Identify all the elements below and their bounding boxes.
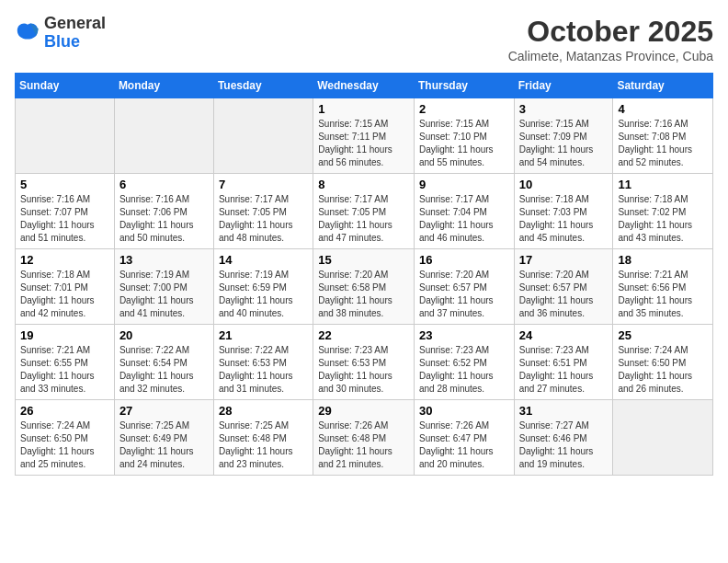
day-number: 7 [219, 178, 308, 191]
calendar-cell-23: 23Sunrise: 7:23 AMSunset: 6:52 PMDayligh… [414, 325, 514, 400]
day-number: 26 [20, 404, 109, 418]
day-info: Sunrise: 7:15 AMSunset: 7:11 PMDaylight:… [318, 118, 409, 169]
calendar-cell-11: 11Sunrise: 7:18 AMSunset: 7:02 PMDayligh… [613, 174, 713, 249]
day-info: Sunrise: 7:19 AMSunset: 7:00 PMDaylight:… [119, 269, 209, 320]
logo-icon [15, 20, 40, 46]
day-info: Sunrise: 7:22 AMSunset: 6:53 PMDaylight:… [219, 344, 308, 396]
day-info: Sunrise: 7:23 AMSunset: 6:51 PMDaylight:… [519, 344, 609, 396]
day-number: 31 [519, 404, 609, 418]
calendar-body: 1Sunrise: 7:15 AMSunset: 7:11 PMDaylight… [16, 98, 713, 476]
calendar-cell-17: 17Sunrise: 7:20 AMSunset: 6:57 PMDayligh… [514, 249, 613, 325]
day-info: Sunrise: 7:24 AMSunset: 6:50 PMDaylight:… [20, 419, 109, 471]
day-number: 25 [618, 328, 708, 342]
week-row-2: 5Sunrise: 7:16 AMSunset: 7:07 PMDaylight… [16, 174, 713, 249]
day-info: Sunrise: 7:26 AMSunset: 6:48 PMDaylight:… [318, 419, 409, 471]
calendar-cell-7: 7Sunrise: 7:17 AMSunset: 7:05 PMDaylight… [213, 174, 313, 249]
day-number: 19 [20, 328, 109, 342]
day-info: Sunrise: 7:25 AMSunset: 6:49 PMDaylight:… [119, 419, 209, 471]
day-info: Sunrise: 7:15 AMSunset: 7:10 PMDaylight:… [419, 118, 509, 169]
day-number: 15 [318, 253, 409, 267]
day-number: 8 [318, 178, 409, 191]
calendar-cell-13: 13Sunrise: 7:19 AMSunset: 7:00 PMDayligh… [114, 249, 213, 325]
logo: General Blue [15, 15, 106, 52]
day-info: Sunrise: 7:21 AMSunset: 6:56 PMDaylight:… [618, 269, 708, 320]
calendar-cell-empty [213, 98, 313, 174]
day-number: 12 [20, 253, 109, 267]
calendar-cell-19: 19Sunrise: 7:21 AMSunset: 6:55 PMDayligh… [16, 325, 115, 400]
day-number: 29 [318, 404, 409, 418]
page-header: General Blue October 2025 Calimete, Mata… [15, 15, 713, 63]
calendar-cell-12: 12Sunrise: 7:18 AMSunset: 7:01 PMDayligh… [16, 249, 115, 325]
day-info: Sunrise: 7:16 AMSunset: 7:06 PMDaylight:… [119, 193, 209, 245]
day-number: 27 [119, 404, 209, 418]
day-info: Sunrise: 7:17 AMSunset: 7:05 PMDaylight:… [219, 193, 308, 245]
day-info: Sunrise: 7:27 AMSunset: 6:46 PMDaylight:… [519, 419, 609, 471]
day-info: Sunrise: 7:24 AMSunset: 6:50 PMDaylight:… [618, 344, 708, 396]
calendar-cell-21: 21Sunrise: 7:22 AMSunset: 6:53 PMDayligh… [213, 325, 313, 400]
calendar-cell-28: 28Sunrise: 7:25 AMSunset: 6:48 PMDayligh… [213, 400, 313, 476]
day-info: Sunrise: 7:20 AMSunset: 6:57 PMDaylight:… [519, 269, 609, 320]
day-info: Sunrise: 7:19 AMSunset: 6:59 PMDaylight:… [219, 269, 308, 320]
calendar-header-row: SundayMondayTuesdayWednesdayThursdayFrid… [16, 74, 713, 98]
day-info: Sunrise: 7:20 AMSunset: 6:57 PMDaylight:… [419, 269, 509, 320]
day-info: Sunrise: 7:23 AMSunset: 6:52 PMDaylight:… [419, 344, 509, 396]
logo-general-text: General [44, 14, 106, 32]
calendar-cell-27: 27Sunrise: 7:25 AMSunset: 6:49 PMDayligh… [114, 400, 213, 476]
week-row-3: 12Sunrise: 7:18 AMSunset: 7:01 PMDayligh… [16, 249, 713, 325]
day-header-sunday: Sunday [16, 74, 115, 98]
day-number: 30 [419, 404, 509, 418]
day-number: 10 [519, 178, 609, 191]
calendar-cell-24: 24Sunrise: 7:23 AMSunset: 6:51 PMDayligh… [514, 325, 613, 400]
calendar-cell-30: 30Sunrise: 7:26 AMSunset: 6:47 PMDayligh… [414, 400, 514, 476]
title-block: October 2025 Calimete, Matanzas Province… [508, 15, 713, 63]
day-number: 18 [618, 253, 708, 267]
day-info: Sunrise: 7:18 AMSunset: 7:01 PMDaylight:… [20, 269, 109, 320]
day-number: 9 [419, 178, 509, 191]
day-number: 1 [318, 102, 409, 116]
calendar-cell-1: 1Sunrise: 7:15 AMSunset: 7:11 PMDaylight… [313, 98, 415, 174]
calendar-cell-4: 4Sunrise: 7:16 AMSunset: 7:08 PMDaylight… [613, 98, 713, 174]
day-info: Sunrise: 7:26 AMSunset: 6:47 PMDaylight:… [419, 419, 509, 471]
day-number: 21 [219, 328, 308, 342]
calendar-cell-15: 15Sunrise: 7:20 AMSunset: 6:58 PMDayligh… [313, 249, 415, 325]
day-info: Sunrise: 7:17 AMSunset: 7:04 PMDaylight:… [419, 193, 509, 245]
calendar-cell-5: 5Sunrise: 7:16 AMSunset: 7:07 PMDaylight… [16, 174, 115, 249]
week-row-1: 1Sunrise: 7:15 AMSunset: 7:11 PMDaylight… [16, 98, 713, 174]
day-header-friday: Friday [514, 74, 613, 98]
day-header-thursday: Thursday [414, 74, 514, 98]
calendar-cell-22: 22Sunrise: 7:23 AMSunset: 6:53 PMDayligh… [313, 325, 415, 400]
calendar-cell-31: 31Sunrise: 7:27 AMSunset: 6:46 PMDayligh… [514, 400, 613, 476]
calendar-cell-25: 25Sunrise: 7:24 AMSunset: 6:50 PMDayligh… [613, 325, 713, 400]
calendar-cell-6: 6Sunrise: 7:16 AMSunset: 7:06 PMDaylight… [114, 174, 213, 249]
calendar-cell-9: 9Sunrise: 7:17 AMSunset: 7:04 PMDaylight… [414, 174, 514, 249]
day-number: 2 [419, 102, 509, 116]
day-number: 16 [419, 253, 509, 267]
day-number: 23 [419, 328, 509, 342]
calendar-cell-empty [114, 98, 213, 174]
day-info: Sunrise: 7:23 AMSunset: 6:53 PMDaylight:… [318, 344, 409, 396]
week-row-4: 19Sunrise: 7:21 AMSunset: 6:55 PMDayligh… [16, 325, 713, 400]
week-row-5: 26Sunrise: 7:24 AMSunset: 6:50 PMDayligh… [16, 400, 713, 476]
day-number: 17 [519, 253, 609, 267]
day-header-saturday: Saturday [613, 74, 713, 98]
calendar-cell-2: 2Sunrise: 7:15 AMSunset: 7:10 PMDaylight… [414, 98, 514, 174]
calendar-cell-16: 16Sunrise: 7:20 AMSunset: 6:57 PMDayligh… [414, 249, 514, 325]
day-number: 28 [219, 404, 308, 418]
calendar-cell-29: 29Sunrise: 7:26 AMSunset: 6:48 PMDayligh… [313, 400, 415, 476]
calendar-cell-10: 10Sunrise: 7:18 AMSunset: 7:03 PMDayligh… [514, 174, 613, 249]
day-number: 20 [119, 328, 209, 342]
day-number: 4 [618, 102, 708, 116]
day-info: Sunrise: 7:21 AMSunset: 6:55 PMDaylight:… [20, 344, 109, 396]
day-info: Sunrise: 7:18 AMSunset: 7:03 PMDaylight:… [519, 193, 609, 245]
day-info: Sunrise: 7:15 AMSunset: 7:09 PMDaylight:… [519, 118, 609, 169]
day-number: 13 [119, 253, 209, 267]
calendar-cell-empty [613, 400, 713, 476]
calendar-cell-26: 26Sunrise: 7:24 AMSunset: 6:50 PMDayligh… [16, 400, 115, 476]
day-info: Sunrise: 7:20 AMSunset: 6:58 PMDaylight:… [318, 269, 409, 320]
month-title: October 2025 [508, 15, 713, 49]
day-header-monday: Monday [114, 74, 213, 98]
calendar-cell-3: 3Sunrise: 7:15 AMSunset: 7:09 PMDaylight… [514, 98, 613, 174]
calendar-cell-8: 8Sunrise: 7:17 AMSunset: 7:05 PMDaylight… [313, 174, 415, 249]
day-info: Sunrise: 7:22 AMSunset: 6:54 PMDaylight:… [119, 344, 209, 396]
day-info: Sunrise: 7:16 AMSunset: 7:08 PMDaylight:… [618, 118, 708, 169]
